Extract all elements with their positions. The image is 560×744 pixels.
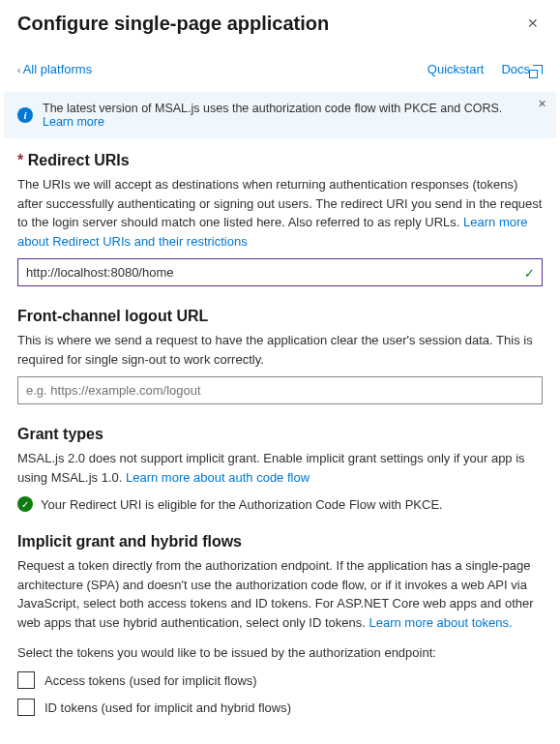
docs-label: Docs xyxy=(501,62,530,76)
implicit-grant-title: Implicit grant and hybrid flows xyxy=(17,533,543,551)
external-link-icon xyxy=(533,65,543,74)
select-tokens-prompt: Select the tokens you would like to be i… xyxy=(17,645,543,660)
quickstart-link[interactable]: Quickstart xyxy=(427,62,485,76)
logout-url-title: Front-channel logout URL xyxy=(17,308,543,325)
info-banner: i The latest version of MSAL.js uses the… xyxy=(4,92,556,138)
grant-types-learn-more-link[interactable]: Learn more about auth code flow xyxy=(126,470,309,485)
logout-url-desc: This is where we send a request to have … xyxy=(17,331,543,369)
pkce-eligible-text: Your Redirect URI is eligible for the Au… xyxy=(41,497,443,512)
banner-learn-more-link[interactable]: Learn more xyxy=(43,115,104,129)
logout-url-input[interactable] xyxy=(17,376,543,404)
info-icon: i xyxy=(17,107,33,123)
checkmark-icon: ✓ xyxy=(524,265,535,280)
implicit-grant-learn-more-link[interactable]: Learn more about tokens. xyxy=(369,615,513,630)
back-all-platforms-link[interactable]: ‹ All platforms xyxy=(17,62,92,76)
redirect-uris-title: * Redirect URIs xyxy=(17,152,543,169)
grant-types-title: Grant types xyxy=(17,426,543,443)
required-star-icon: * xyxy=(17,152,23,168)
chevron-left-icon: ‹ xyxy=(17,64,21,75)
banner-text: The latest version of MSAL.js uses the a… xyxy=(43,102,502,115)
docs-link[interactable]: Docs xyxy=(501,62,543,76)
id-tokens-label: ID tokens (used for implicit and hybrid … xyxy=(44,700,291,715)
back-label: All platforms xyxy=(23,62,93,76)
banner-close-icon[interactable]: ✕ xyxy=(538,98,546,110)
id-tokens-checkbox[interactable] xyxy=(17,699,35,716)
access-tokens-label: Access tokens (used for implicit flows) xyxy=(44,673,257,688)
close-icon[interactable]: ✕ xyxy=(523,12,543,35)
check-circle-icon: ✓ xyxy=(17,496,33,512)
redirect-uri-input[interactable] xyxy=(17,258,543,286)
access-tokens-checkbox[interactable] xyxy=(17,671,35,689)
page-title: Configure single-page application xyxy=(17,13,329,35)
